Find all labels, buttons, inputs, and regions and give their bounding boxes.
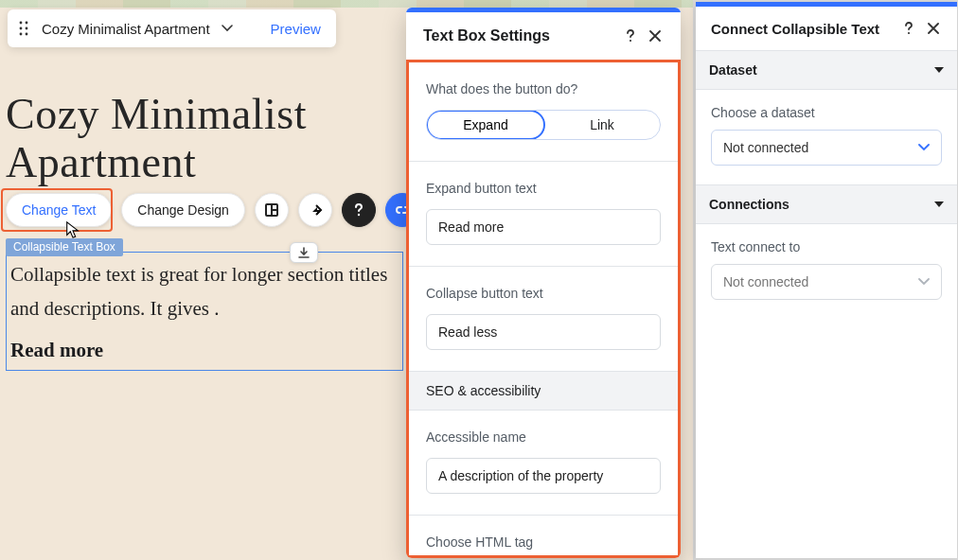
choose-dataset-select[interactable]: Not connected [711,130,942,166]
settings-panel-title: Text Box Settings [423,27,618,44]
close-icon[interactable] [643,24,667,48]
collapsible-body-text[interactable]: Collapsible text is great for longer sec… [10,258,399,325]
settings-panel-body-highlighted: What does the button do? Expand Link Exp… [406,60,681,558]
html-tag-label: Choose HTML tag [426,534,661,550]
layout-icon[interactable] [255,193,289,227]
segment-link[interactable]: Link [544,111,660,139]
animation-icon[interactable] [298,193,332,227]
change-text-highlight: Change Text [6,193,112,227]
chevron-down-icon [918,144,930,151]
collapsible-text-element[interactable]: Collapsible Text Box Collapsible text is… [6,252,403,371]
collapse-text-label: Collapse button text [426,286,661,301]
change-design-button[interactable]: Change Design [121,193,245,227]
text-connect-select[interactable]: Not connected [711,264,942,300]
caret-down-icon [934,67,944,73]
help-icon[interactable] [618,24,643,48]
download-icon[interactable] [290,242,318,263]
page-switcher-bar: Cozy Minimalist Apartment Preview [8,9,336,47]
svg-point-12 [908,32,910,34]
preview-button[interactable]: Preview [244,21,327,37]
help-icon[interactable] [342,193,376,227]
drag-handle-icon[interactable] [13,14,34,43]
button-action-segmented: Expand Link [426,110,661,140]
svg-point-1 [26,22,28,25]
element-type-badge: Collapsible Text Box [6,238,123,256]
text-box-settings-panel: Text Box Settings What does the button d… [406,8,681,558]
connect-panel-title: Connect Collapsible Text [711,21,896,37]
connect-data-panel: Connect Collapsible Text Dataset Choose … [696,2,957,558]
segment-expand[interactable]: Expand [426,110,545,140]
svg-rect-8 [273,205,276,209]
caret-down-icon [934,201,944,207]
current-page-name[interactable]: Cozy Minimalist Apartment [40,21,216,37]
close-icon[interactable] [921,16,946,41]
expand-text-label: Expand button text [426,181,661,196]
collapse-text-input[interactable]: Read less [426,314,661,350]
svg-point-3 [26,27,28,30]
svg-point-0 [20,22,23,25]
svg-point-10 [358,214,360,216]
svg-rect-7 [267,205,271,215]
seo-section-header: SEO & accessibility [409,372,678,411]
text-connect-label: Text connect to [711,239,942,254]
element-toolbar: Change Text Change Design [6,193,419,227]
button-action-label: What does the button do? [426,81,661,96]
accessible-name-label: Accessible name [426,429,661,445]
change-text-button[interactable]: Change Text [6,193,112,227]
page-heading[interactable]: Cozy MinimalistApartment [6,91,307,186]
svg-point-2 [20,27,23,30]
help-icon[interactable] [896,16,921,41]
chevron-down-icon[interactable] [222,25,239,32]
svg-point-4 [20,33,23,36]
svg-point-11 [630,40,631,42]
choose-dataset-label: Choose a dataset [711,105,942,120]
read-more-link[interactable]: Read more [10,339,399,362]
dataset-accordion-header[interactable]: Dataset [696,51,957,90]
connections-accordion-header[interactable]: Connections [696,185,957,224]
svg-point-5 [26,33,28,36]
expand-text-input[interactable]: Read more [426,209,661,245]
svg-rect-9 [273,211,276,215]
accessible-name-input[interactable]: A description of the property [426,458,661,494]
chevron-down-icon [918,278,930,286]
